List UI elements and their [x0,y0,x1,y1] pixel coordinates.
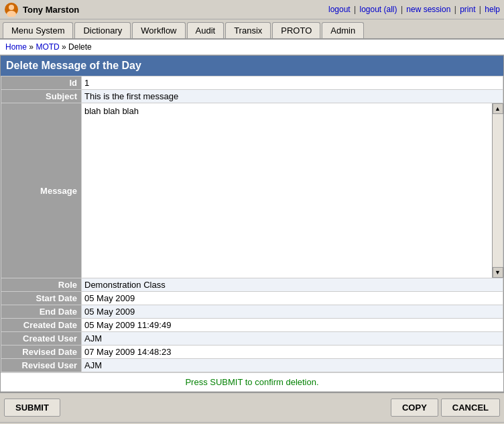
breadcrumb: Home » MOTD » Delete [0,40,504,55]
copy-button[interactable]: COPY [391,399,438,417]
table-row: Id 1 [1,76,503,90]
tab-proto[interactable]: PROTO [272,22,320,38]
field-label-created-date: Created Date [1,319,82,332]
svg-point-1 [9,5,14,10]
help-link[interactable]: help [485,5,500,14]
field-value-revised-user: AJM [82,359,503,372]
field-label-role: Role [1,278,82,292]
table-row: Role Demonstration Class [1,278,503,292]
field-label-end-date: End Date [1,305,82,319]
new-session-link[interactable]: new session [406,5,450,14]
header-left: Tony Marston [4,2,79,17]
table-row: Start Date 05 May 2009 [1,292,503,305]
tab-dictionary[interactable]: Dictionary [74,22,131,38]
field-value-start-date: 05 May 2009 [82,292,503,305]
breadcrumb-current: Delete [68,42,92,52]
tab-admin[interactable]: Admin [322,22,364,38]
table-row: Subject This is the first message [1,90,503,103]
field-label-revised-user: Revised User [1,359,82,372]
field-value-created-user: AJM [82,332,503,346]
breadcrumb-home[interactable]: Home [5,42,27,52]
field-label-revised-date: Revised Date [1,346,82,359]
header-links: logout | logout (all) | new session | pr… [328,5,500,14]
action-bar-left: SUBMIT [4,399,60,417]
main-content: Delete Message of the Day Id 1 Subject T… [0,55,504,392]
table-row: Created Date 05 May 2009 11:49:49 [1,319,503,332]
field-value-created-date: 05 May 2009 11:49:49 [82,319,503,332]
scrollbar: ▲ ▼ [492,103,503,278]
field-value-message: blah blah blah ▲ ▼ [82,103,503,278]
page-title: Delete Message of the Day [1,56,503,76]
field-value-id: 1 [82,76,503,90]
tab-workflow[interactable]: Workflow [132,22,185,38]
form-table: Id 1 Subject This is the first message M… [1,76,503,372]
tab-menu-system[interactable]: Menu System [3,22,73,38]
field-label-created-user: Created User [1,332,82,346]
submit-button[interactable]: SUBMIT [4,399,60,417]
action-bar-right: COPY CANCEL [391,399,500,417]
field-value-revised-date: 07 May 2009 14:48:23 [82,346,503,359]
field-value-end-date: 05 May 2009 [82,305,503,319]
message-textarea[interactable]: blah blah blah [82,103,503,278]
print-link[interactable]: print [460,5,475,14]
scroll-down-btn[interactable]: ▼ [493,267,503,278]
field-label-message: Message [1,103,82,278]
field-label-subject: Subject [1,90,82,103]
username-label: Tony Marston [23,5,79,15]
field-label-id: Id [1,76,82,90]
field-value-role: Demonstration Class [82,278,503,292]
table-row: Revised Date 07 May 2009 14:48:23 [1,346,503,359]
table-row-message: Message blah blah blah ▲ ▼ [1,103,503,278]
confirm-message: Press SUBMIT to confirm deletion. [1,372,503,392]
field-value-subject: This is the first message [82,90,503,103]
field-label-start-date: Start Date [1,292,82,305]
logout-link[interactable]: logout [328,5,351,14]
table-row: Revised User AJM [1,359,503,372]
table-row: End Date 05 May 2009 [1,305,503,319]
scrollbar-track [493,114,503,267]
breadcrumb-motd[interactable]: MOTD [36,42,59,52]
tab-transix[interactable]: Transix [225,22,271,38]
logout-all-link[interactable]: logout (all) [360,5,397,14]
user-avatar-icon [4,2,19,17]
action-bar: SUBMIT COPY CANCEL [0,392,504,422]
scroll-up-btn[interactable]: ▲ [493,103,503,114]
cancel-button[interactable]: CANCEL [441,399,500,417]
table-row: Created User AJM [1,332,503,346]
nav-tabs: Menu System Dictionary Workflow Audit Tr… [0,19,504,40]
tab-audit[interactable]: Audit [187,22,225,38]
header: Tony Marston logout | logout (all) | new… [0,0,504,19]
